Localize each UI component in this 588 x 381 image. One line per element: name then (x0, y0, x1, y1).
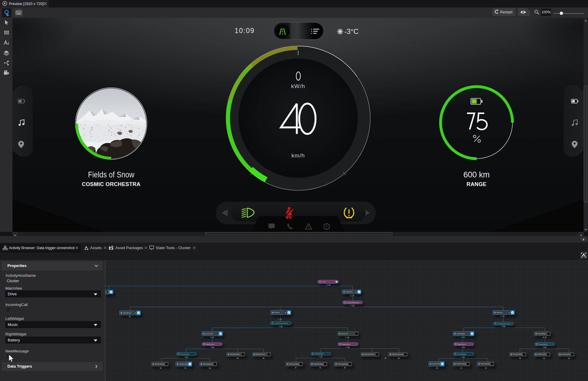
svg-text:MapActivityList: MapActivityList (457, 343, 466, 345)
svg-text:SoftKeys: SoftKeys (274, 312, 280, 313)
svg-text:ClusterWidget: ClusterWidget (457, 333, 465, 335)
svg-text:clusterActivitiesSwitcher: clusterActivitiesSwitcher (275, 322, 289, 324)
svg-text:clusterActivitiesSwitcher: clusterActivitiesSwitcher (497, 323, 512, 324)
svg-text:km/h: km/h (291, 152, 305, 159)
svg-text:MapActivityList: MapActivityList (342, 343, 351, 345)
svg-text:ClusterSwitcher: ClusterSwitcher (457, 353, 466, 355)
svg-text:Cluster-Shift: Cluster-Shift (205, 333, 213, 335)
svg-text:Cluster-Off: Cluster-Off (341, 333, 348, 335)
svg-text:Cluster: Cluster (322, 281, 326, 282)
svg-text:GaugeViewActivityList: GaugeViewActivityList (347, 302, 360, 303)
svg-text:NavPhoneWidget: NavPhoneWidget (289, 363, 300, 365)
svg-text:MapViewActivity: MapViewActivity (230, 354, 240, 355)
svg-text:NavPhoneWidget: NavPhoneWidget (456, 363, 467, 365)
svg-text:ClusterSwitcher: ClusterSwitcher (539, 343, 548, 345)
svg-text:ClusterSwitcher: ClusterSwitcher (315, 353, 324, 355)
svg-text:NavMusicWidget: NavMusicWidget (314, 363, 324, 365)
svg-text:ClusterSwitcher: ClusterSwitcher (180, 353, 190, 355)
svg-text:MapViewActivity: MapViewActivity (364, 354, 374, 355)
svg-text:MapNavActivity: MapNavActivity (256, 354, 265, 355)
svg-text:StatusWidget: StatusWidget (538, 333, 546, 335)
svg-text:NavPhoneWidget: NavPhoneWidget (155, 363, 166, 365)
svg-text:NavChargeWidget: NavChargeWidget (338, 363, 349, 365)
svg-text:GaugeView: GaugeView (346, 291, 353, 293)
svg-text:StatusBarLeft: StatusBarLeft (123, 312, 131, 314)
svg-text:MapActivityList: MapActivityList (206, 343, 215, 345)
svg-text:NavChargingWid: NavChargingWid (203, 363, 213, 365)
svg-text:RightArea: RightArea (496, 312, 503, 313)
svg-text:kW/h: kW/h (291, 83, 305, 89)
svg-text:MapNavAcgActivity: MapNavAcgActivity (392, 354, 404, 355)
